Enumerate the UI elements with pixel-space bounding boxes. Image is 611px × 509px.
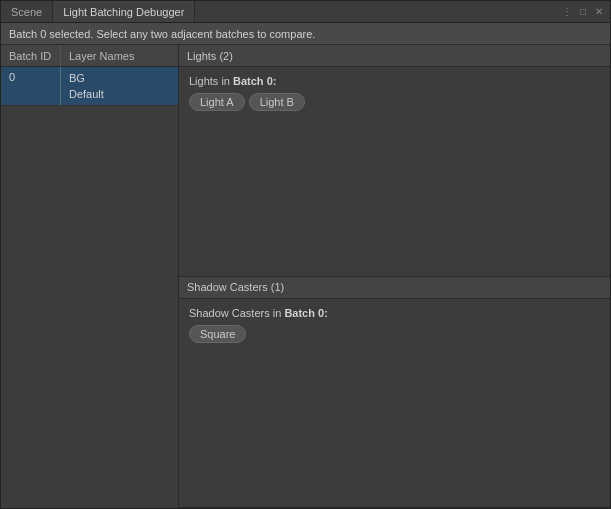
shadow-section-label: Shadow Casters in Batch 0: <box>189 307 600 319</box>
shadow-tag-square[interactable]: Square <box>189 325 246 343</box>
table-body: 0 BG Default <box>1 67 178 508</box>
table-row[interactable]: 0 BG Default <box>1 67 178 106</box>
light-batching-debugger-tab[interactable]: Light Batching Debugger <box>53 1 195 22</box>
layer-names-header: Layer Names <box>61 45 178 66</box>
status-message: Batch 0 selected. Select any two adjacen… <box>9 28 315 40</box>
menu-icon[interactable]: ⋮ <box>560 5 574 19</box>
window-controls: ⋮ □ ✕ <box>560 5 610 19</box>
layer-cell: BG Default <box>61 67 178 105</box>
batch-id-header: Batch ID <box>1 45 61 66</box>
scene-tab-label: Scene <box>11 6 42 18</box>
scene-tab[interactable]: Scene <box>1 1 53 22</box>
lights-header-label: Lights (2) <box>187 50 233 62</box>
lights-section: Lights (2) Lights in Batch 0: Light A Li… <box>179 45 610 277</box>
shadow-section-content: Shadow Casters in Batch 0: Square <box>179 299 610 351</box>
shadow-header-label: Shadow Casters (1) <box>187 281 284 293</box>
batch-id-cell: 0 <box>1 67 61 105</box>
close-icon[interactable]: ✕ <box>592 5 606 19</box>
shadow-tags-row: Square <box>189 325 600 343</box>
lights-section-content: Lights in Batch 0: Light A Light B <box>179 67 610 119</box>
lights-section-header: Lights (2) <box>179 45 610 67</box>
main-window: Scene Light Batching Debugger ⋮ □ ✕ Batc… <box>0 0 611 509</box>
light-tag-b[interactable]: Light B <box>249 93 305 111</box>
active-tab-label: Light Batching Debugger <box>63 6 184 18</box>
main-content: Batch ID Layer Names 0 BG Default <box>1 45 610 508</box>
layer-item-default: Default <box>69 87 104 101</box>
shadow-section-header: Shadow Casters (1) <box>179 277 610 299</box>
shadow-batch-bold: Batch 0: <box>284 307 327 319</box>
lights-section-label: Lights in Batch 0: <box>189 75 600 87</box>
shadow-section: Shadow Casters (1) Shadow Casters in Bat… <box>179 277 610 509</box>
lights-tags-row: Light A Light B <box>189 93 600 111</box>
layer-item-bg: BG <box>69 71 85 85</box>
status-bar: Batch 0 selected. Select any two adjacen… <box>1 23 610 45</box>
left-panel: Batch ID Layer Names 0 BG Default <box>1 45 179 508</box>
table-header: Batch ID Layer Names <box>1 45 178 67</box>
light-tag-a[interactable]: Light A <box>189 93 245 111</box>
right-panel: Lights (2) Lights in Batch 0: Light A Li… <box>179 45 610 508</box>
maximize-icon[interactable]: □ <box>576 5 590 19</box>
title-bar: Scene Light Batching Debugger ⋮ □ ✕ <box>1 1 610 23</box>
lights-batch-bold: Batch 0: <box>233 75 276 87</box>
